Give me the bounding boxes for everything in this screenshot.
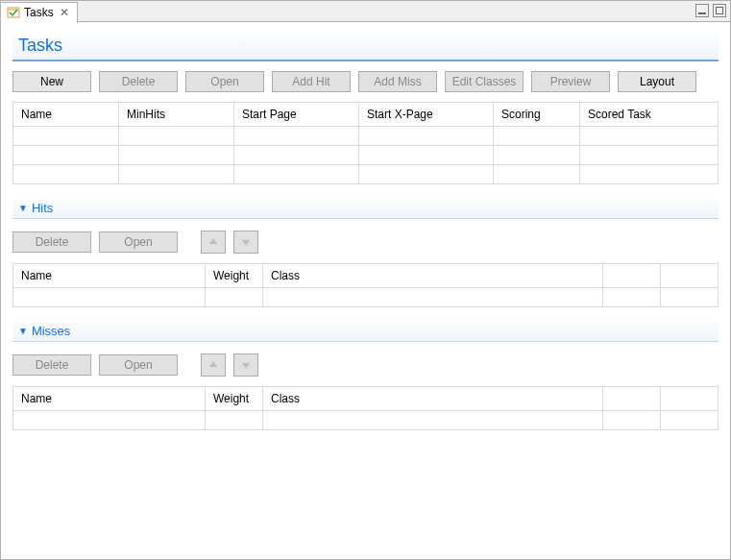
misses-col-class[interactable]: Class — [263, 387, 603, 411]
move-down-icon[interactable] — [233, 231, 258, 254]
misses-section-header[interactable]: ▼ Misses — [12, 321, 719, 342]
misses-col-weight[interactable]: Weight — [206, 387, 263, 411]
table-row[interactable] — [13, 127, 719, 146]
tab-strip: Tasks ✕ — [1, 1, 730, 22]
move-up-icon[interactable] — [201, 353, 226, 377]
tasks-icon — [7, 6, 20, 19]
misses-toolbar: Delete Open — [12, 353, 719, 377]
preview-button[interactable]: Preview — [531, 71, 610, 92]
open-button[interactable]: Open — [185, 71, 264, 92]
chevron-down-icon[interactable]: ▼ — [18, 203, 28, 213]
hits-section-header[interactable]: ▼ Hits — [12, 198, 719, 219]
layout-button[interactable]: Layout — [618, 71, 696, 92]
chevron-down-icon[interactable]: ▼ — [18, 326, 28, 336]
col-name[interactable]: Name — [13, 103, 119, 127]
page-title: Tasks — [18, 36, 713, 56]
new-button[interactable]: New — [12, 71, 91, 92]
tab-tasks[interactable]: Tasks ✕ — [1, 2, 78, 23]
hits-col-blank2[interactable] — [661, 264, 719, 288]
misses-delete-button[interactable]: Delete — [12, 354, 91, 376]
table-row[interactable] — [13, 288, 719, 307]
maximize-icon[interactable] — [713, 4, 726, 17]
tasks-view: Tasks ✕ Tasks New Delete Open Add Hit Ad… — [0, 0, 731, 560]
content-area: Tasks New Delete Open Add Hit Add Miss E… — [1, 22, 730, 559]
hits-table[interactable]: Name Weight Class — [12, 263, 719, 307]
col-startpage[interactable]: Start Page — [234, 103, 359, 127]
col-scoredtask[interactable]: Scored Task — [580, 103, 719, 127]
hits-open-button[interactable]: Open — [99, 231, 178, 253]
add-hit-button[interactable]: Add Hit — [272, 71, 351, 92]
table-row[interactable] — [13, 411, 719, 430]
table-row[interactable] — [13, 165, 719, 184]
misses-title: Misses — [32, 324, 70, 338]
table-row[interactable] — [13, 146, 719, 165]
tab-controls — [695, 4, 726, 17]
misses-col-name[interactable]: Name — [13, 387, 206, 411]
col-startxpage[interactable]: Start X-Page — [359, 103, 494, 127]
delete-button[interactable]: Delete — [99, 71, 178, 92]
close-icon[interactable]: ✕ — [58, 6, 71, 19]
minimize-icon[interactable] — [695, 4, 709, 17]
misses-col-blank1[interactable] — [603, 387, 661, 411]
tab-label: Tasks — [24, 6, 54, 19]
col-minhits[interactable]: MinHits — [119, 103, 234, 127]
hits-toolbar: Delete Open — [12, 231, 719, 254]
move-down-icon[interactable] — [233, 353, 258, 377]
misses-col-blank2[interactable] — [661, 387, 719, 411]
edit-classes-button[interactable]: Edit Classes — [445, 71, 524, 92]
main-toolbar: New Delete Open Add Hit Add Miss Edit Cl… — [12, 71, 719, 92]
add-miss-button[interactable]: Add Miss — [358, 71, 437, 92]
misses-open-button[interactable]: Open — [99, 354, 178, 376]
tasks-table[interactable]: Name MinHits Start Page Start X-Page Sco… — [12, 102, 719, 184]
hits-col-class[interactable]: Class — [263, 264, 603, 288]
hits-title: Hits — [32, 201, 53, 215]
hits-col-blank1[interactable] — [603, 264, 661, 288]
move-up-icon[interactable] — [201, 231, 226, 254]
hits-col-weight[interactable]: Weight — [206, 264, 263, 288]
hits-col-name[interactable]: Name — [13, 264, 206, 288]
page-header: Tasks — [12, 32, 719, 61]
col-scoring[interactable]: Scoring — [494, 103, 580, 127]
misses-table[interactable]: Name Weight Class — [12, 386, 719, 430]
hits-delete-button[interactable]: Delete — [12, 231, 91, 253]
